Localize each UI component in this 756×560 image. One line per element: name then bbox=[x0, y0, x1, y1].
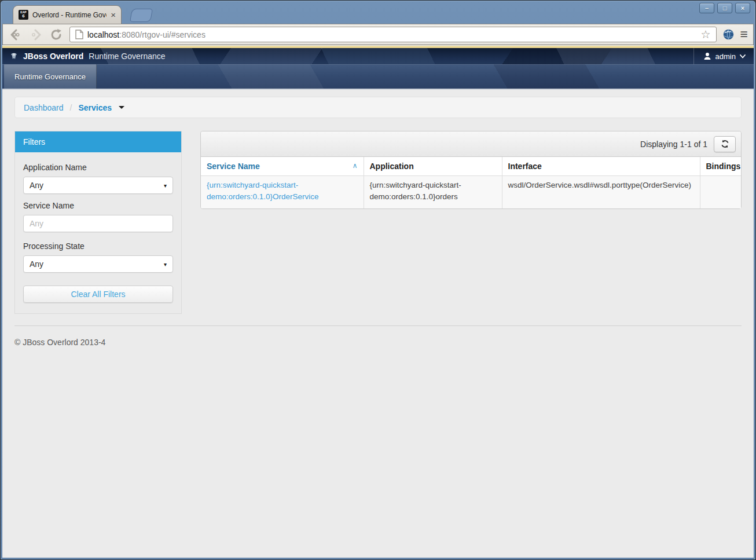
maximize-button[interactable]: □ bbox=[717, 3, 732, 13]
select-caret-icon: ▾ bbox=[164, 182, 167, 189]
processing-state-select[interactable]: Any ▾ bbox=[23, 255, 173, 273]
forward-icon[interactable] bbox=[29, 28, 43, 42]
overlord-logo-icon bbox=[9, 52, 19, 61]
url-path: :8080/rtgov-ui/#services bbox=[119, 30, 205, 39]
chevron-down-icon bbox=[740, 54, 746, 58]
dropdown-caret-icon[interactable] bbox=[119, 106, 124, 109]
select-caret-icon: ▾ bbox=[164, 261, 167, 268]
window-controls: – □ × bbox=[699, 3, 750, 13]
user-menu[interactable]: admin bbox=[693, 48, 754, 64]
url-host: localhost bbox=[87, 30, 119, 39]
browser-titlebar: EAP 6 Overlord - Runtime Gover × – □ × bbox=[2, 2, 754, 24]
browser-tab[interactable]: EAP 6 Overlord - Runtime Gover × bbox=[13, 5, 122, 24]
table-header-row: ∧Service Name Application Interface Bind… bbox=[201, 157, 741, 176]
paging-status: Displaying 1-1 of 1 bbox=[640, 140, 707, 149]
breadcrumb: Dashboard / Services bbox=[14, 97, 742, 118]
services-table: ∧Service Name Application Interface Bind… bbox=[201, 157, 741, 208]
breadcrumb-dashboard-link[interactable]: Dashboard bbox=[24, 103, 64, 112]
page-viewport: JBoss Overlord Runtime Governance admin … bbox=[2, 45, 754, 558]
breadcrumb-separator: / bbox=[70, 103, 72, 112]
column-header-interface[interactable]: Interface bbox=[502, 157, 700, 176]
breadcrumb-services-dropdown[interactable]: Services bbox=[78, 103, 112, 112]
brand-subtitle: Runtime Governance bbox=[89, 52, 165, 61]
application-name-label: Application Name bbox=[23, 163, 173, 172]
globe-icon[interactable] bbox=[723, 29, 734, 40]
nav-tab-runtime-governance[interactable]: Runtime Governance bbox=[4, 64, 97, 89]
url-bar[interactable]: localhost:8080/rtgov-ui/#services ☆ bbox=[69, 27, 717, 42]
page-content: Dashboard / Services Filters Application… bbox=[2, 90, 754, 558]
page-footer: © JBoss Overlord 2013-4 bbox=[14, 325, 742, 347]
processing-state-label: Processing State bbox=[23, 241, 173, 251]
service-name-input[interactable] bbox=[23, 215, 173, 232]
service-name-link[interactable]: {urn:switchyard-quickstart-demo:orders:0… bbox=[201, 176, 364, 209]
table-row: {urn:switchyard-quickstart-demo:orders:0… bbox=[201, 176, 741, 209]
tab-close-icon[interactable]: × bbox=[111, 10, 116, 19]
application-name-select[interactable]: Any ▾ bbox=[23, 177, 173, 194]
filters-body: Application Name Any ▾ Service Name Proc… bbox=[15, 152, 181, 313]
application-name-value: Any bbox=[30, 181, 43, 190]
interface-cell: wsdl/OrderService.wsdl#wsdl.porttype(Ord… bbox=[502, 176, 700, 209]
bookmark-star-icon[interactable]: ☆ bbox=[701, 29, 711, 40]
browser-toolbar: localhost:8080/rtgov-ui/#services ☆ ≡ bbox=[2, 24, 754, 45]
favicon-number: 6 bbox=[22, 14, 24, 19]
services-table-card: Displaying 1-1 of 1 bbox=[200, 131, 742, 209]
bindings-cell bbox=[700, 176, 741, 209]
username: admin bbox=[715, 52, 736, 61]
page-icon bbox=[75, 30, 83, 39]
column-header-application[interactable]: Application bbox=[364, 157, 502, 176]
url-text[interactable]: localhost:8080/rtgov-ui/#services bbox=[87, 30, 697, 39]
close-button[interactable]: × bbox=[735, 3, 750, 13]
tab-title: Overlord - Runtime Gover bbox=[32, 11, 107, 19]
refresh-button[interactable] bbox=[714, 136, 736, 152]
column-header-service-name[interactable]: ∧Service Name bbox=[201, 157, 364, 176]
service-name-label: Service Name bbox=[23, 201, 173, 210]
user-icon bbox=[703, 52, 711, 60]
menu-hamburger-icon[interactable]: ≡ bbox=[740, 28, 747, 41]
filters-panel: Filters Application Name Any ▾ Service N… bbox=[14, 131, 182, 314]
filters-panel-title: Filters bbox=[15, 131, 181, 152]
new-tab-button[interactable] bbox=[130, 9, 153, 22]
reload-icon[interactable] bbox=[49, 28, 63, 42]
column-header-bindings[interactable]: Bindings bbox=[700, 157, 741, 176]
sort-ascending-icon[interactable]: ∧ bbox=[353, 162, 358, 170]
clear-all-filters-button[interactable]: Clear All Filters bbox=[23, 286, 173, 303]
eap-favicon-icon: EAP 6 bbox=[19, 10, 28, 20]
back-icon[interactable] bbox=[9, 28, 23, 42]
browser-window: EAP 6 Overlord - Runtime Gover × – □ × bbox=[0, 0, 756, 560]
processing-state-value: Any bbox=[30, 259, 43, 269]
app-masthead: JBoss Overlord Runtime Governance admin bbox=[2, 48, 754, 64]
primary-navbar: Runtime Governance bbox=[2, 64, 754, 90]
minimize-button[interactable]: – bbox=[699, 3, 714, 13]
copyright-text: © JBoss Overlord 2013-4 bbox=[14, 338, 105, 347]
main-row: Filters Application Name Any ▾ Service N… bbox=[14, 131, 742, 314]
application-cell: {urn:switchyard-quickstart-demo:orders:0… bbox=[364, 176, 502, 209]
table-toolbar: Displaying 1-1 of 1 bbox=[201, 131, 741, 157]
refresh-icon bbox=[721, 140, 729, 148]
brand-name: JBoss Overlord bbox=[23, 52, 83, 61]
